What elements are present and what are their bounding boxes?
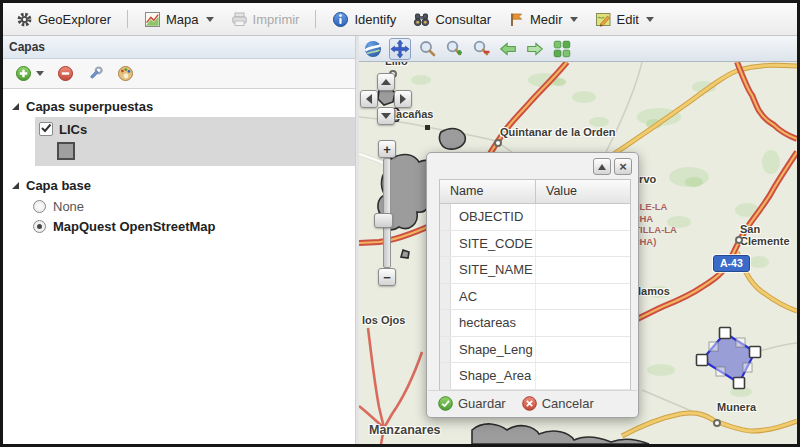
- radio-icon[interactable]: [33, 200, 46, 213]
- attribute-name: OBJECTID: [451, 204, 536, 230]
- attribute-value-cell[interactable]: [536, 310, 630, 336]
- column-header-value[interactable]: Value: [536, 180, 630, 203]
- pan-south-button[interactable]: [377, 107, 395, 125]
- pan-tool-button[interactable]: [389, 38, 411, 60]
- main-toolbar: GeoExplorer Mapa Imprimir: [3, 3, 797, 36]
- magnifier-icon: [418, 39, 437, 58]
- attribute-value-cell[interactable]: [536, 284, 630, 310]
- attribute-row: SITE_CODE: [440, 231, 630, 258]
- town-marker: [735, 236, 743, 244]
- cancelar-button[interactable]: Cancelar: [522, 396, 594, 411]
- pan-east-button[interactable]: [394, 90, 412, 108]
- attribute-value-cell[interactable]: [536, 231, 630, 257]
- add-layer-button[interactable]: [15, 65, 44, 82]
- arrow-down-icon: [381, 113, 391, 119]
- app-window: GeoExplorer Mapa Imprimir: [0, 0, 800, 447]
- gear-icon: [16, 11, 33, 28]
- remove-layer-button[interactable]: [57, 65, 74, 82]
- map-viewport[interactable]: LillollacañasQuintanar de la OrdenervoCA…: [359, 62, 797, 444]
- overlays-group-node[interactable]: Capas superpuestas: [3, 96, 355, 117]
- zoom-in-button[interactable]: [443, 38, 465, 60]
- row-gutter: [440, 310, 451, 336]
- base-option-label: MapQuest OpenStreetMap: [53, 219, 216, 234]
- edit-label: Edit: [617, 12, 639, 27]
- collapse-triangle-icon: [12, 182, 19, 189]
- layer-label: LICs: [59, 122, 87, 137]
- mapa-menu-button[interactable]: Mapa: [139, 8, 219, 31]
- row-gutter: [440, 204, 451, 230]
- cancelar-label: Cancelar: [542, 396, 594, 411]
- base-option-mapquest[interactable]: MapQuest OpenStreetMap: [33, 216, 355, 236]
- binoculars-icon: [413, 11, 430, 28]
- edit-menu-button[interactable]: Edit: [590, 8, 659, 31]
- toolbar-separator: [127, 10, 128, 28]
- layer-checkbox[interactable]: [39, 122, 53, 136]
- zoom-next-button[interactable]: [524, 38, 546, 60]
- layers-tree: Capas superpuestas LICs Capa: [3, 89, 355, 236]
- palette-icon: [117, 65, 134, 82]
- base-option-none[interactable]: None: [33, 196, 355, 216]
- attribute-name: SITE_NAME: [451, 257, 536, 283]
- measure-flag-icon: [508, 11, 525, 28]
- arrow-right-icon: [525, 39, 545, 59]
- zoom-box-button[interactable]: [416, 38, 438, 60]
- printer-icon: [231, 11, 248, 28]
- edited-feature-polygon[interactable]: [697, 328, 761, 389]
- settlement-dot: [425, 125, 430, 130]
- attribute-row: SITE_NAME: [440, 257, 630, 284]
- zoom-slider-handle[interactable]: [374, 213, 393, 228]
- collapse-dialog-button[interactable]: [593, 158, 611, 175]
- imprimir-label: Imprimir: [253, 12, 300, 27]
- selected-layer-block[interactable]: LICs: [35, 117, 355, 166]
- attribute-value-cell[interactable]: [536, 257, 630, 283]
- chevron-down-icon: [570, 17, 578, 22]
- row-gutter: [440, 363, 451, 389]
- guardar-label: Guardar: [458, 396, 506, 411]
- geoexplorer-menu-button[interactable]: GeoExplorer: [11, 8, 116, 31]
- attribute-name: Shape_Area: [451, 363, 536, 389]
- arrow-left-icon: [498, 39, 518, 59]
- layer-node-lics[interactable]: LICs: [35, 119, 355, 139]
- zoom-out-button[interactable]: [470, 38, 492, 60]
- imprimir-button[interactable]: Imprimir: [226, 8, 305, 31]
- identify-label: Identify: [354, 12, 396, 27]
- layer-styles-button[interactable]: [117, 65, 134, 82]
- google-earth-button[interactable]: [362, 38, 384, 60]
- attribute-value-cell[interactable]: [536, 204, 630, 230]
- zoom-out-map-button[interactable]: −: [378, 268, 396, 286]
- map-toolbar: [359, 36, 797, 62]
- check-icon: [39, 121, 53, 135]
- pan-west-button[interactable]: [360, 90, 378, 108]
- chevron-down-icon: [36, 71, 44, 76]
- zoom-in-map-button[interactable]: +: [378, 140, 396, 158]
- geoexplorer-label: GeoExplorer: [38, 12, 111, 27]
- close-icon: ×: [619, 160, 627, 173]
- attribute-name: AC: [451, 284, 536, 310]
- attribute-value-cell[interactable]: [536, 337, 630, 363]
- map-area: LillollacañasQuintanar de la OrdenervoCA…: [359, 36, 797, 444]
- radio-icon-selected[interactable]: [33, 220, 46, 233]
- max-extent-button[interactable]: [551, 38, 573, 60]
- table-body: OBJECTIDSITE_CODESITE_NAMEAChectareasSha…: [440, 204, 630, 390]
- edit-map-icon: [595, 11, 612, 28]
- zoom-previous-button[interactable]: [497, 38, 519, 60]
- column-header-name[interactable]: Name: [440, 180, 536, 203]
- consultar-button[interactable]: Consultar: [408, 8, 496, 31]
- base-group-node[interactable]: Capa base: [3, 175, 355, 196]
- save-check-icon: [438, 396, 453, 411]
- dialog-footer: Guardar Cancelar: [428, 390, 637, 416]
- layers-panel-title: Capas: [3, 36, 355, 59]
- info-icon: [332, 11, 349, 28]
- layer-properties-button[interactable]: [87, 65, 104, 82]
- medir-menu-button[interactable]: Medir: [503, 8, 583, 31]
- close-dialog-button[interactable]: ×: [614, 158, 632, 175]
- row-gutter: [440, 231, 451, 257]
- guardar-button[interactable]: Guardar: [438, 396, 506, 411]
- dialog-tools: ×: [593, 158, 632, 175]
- town-marker: [494, 139, 502, 147]
- attribute-value-cell[interactable]: [536, 363, 630, 389]
- identify-button[interactable]: Identify: [327, 8, 401, 31]
- remove-layer-icon: [57, 65, 74, 82]
- pan-north-button[interactable]: [377, 73, 395, 91]
- arrow-left-icon: [366, 94, 372, 104]
